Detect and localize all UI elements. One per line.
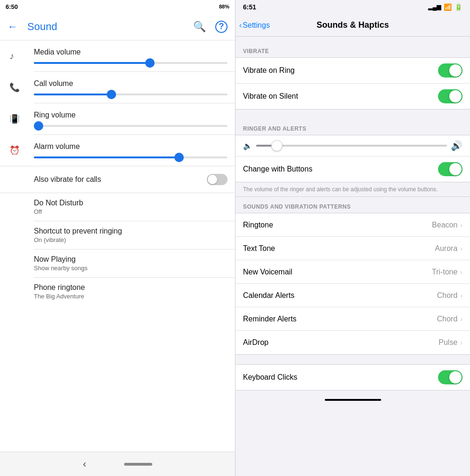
call-volume-label: Call volume	[34, 79, 227, 88]
reminder-alerts-value: Chord	[437, 315, 458, 323]
ring-volume-icon: 📳	[9, 114, 20, 124]
ringer-slider[interactable]	[256, 145, 447, 147]
android-status-bar: 6:50 88%	[0, 0, 235, 13]
calendar-alerts-label: Calendar Alerts	[243, 291, 437, 300]
keyboard-clicks-row[interactable]: Keyboard Clicks	[235, 365, 470, 390]
ringer-note: The volume of the ringer and alerts can …	[235, 182, 470, 197]
calendar-alerts-chevron: ›	[460, 292, 462, 299]
ios-page-title: Sounds & Haptics	[316, 20, 389, 30]
alarm-volume-item: ⏰ Alarm volume	[0, 135, 235, 166]
vibrate-silent-label: Vibrate on Silent	[243, 92, 438, 101]
ring-volume-item: 📳 Ring volume	[0, 103, 235, 134]
vibrate-ring-row[interactable]: Vibrate on Ring	[235, 58, 470, 84]
search-button[interactable]: 🔍	[193, 21, 206, 33]
new-voicemail-chevron: ›	[460, 268, 462, 276]
alarm-volume-label: Alarm volume	[34, 142, 227, 151]
calendar-alerts-row[interactable]: Calendar Alerts Chord ›	[235, 284, 470, 307]
help-button[interactable]: ?	[215, 21, 227, 33]
ringer-section-header: RINGER AND ALERTS	[235, 119, 470, 135]
phone-ringtone-item[interactable]: Phone ringtone The Big Adventure	[0, 278, 235, 305]
vibrate-calls-toggle[interactable]	[207, 174, 227, 185]
ringtone-label: Ringtone	[243, 221, 432, 229]
ios-home-indicator	[325, 399, 381, 401]
alarm-volume-slider[interactable]	[34, 156, 227, 158]
android-bottom-nav: ‹	[0, 452, 235, 476]
vibrate-silent-row[interactable]: Vibrate on Silent	[235, 84, 470, 109]
text-tone-value: Aurora	[435, 244, 457, 253]
ios-content: VIBRATE Vibrate on Ring Vibrate on Silen…	[235, 37, 470, 476]
phone-ringtone-title: Phone ringtone	[34, 283, 227, 292]
text-tone-row[interactable]: Text Tone Aurora ›	[235, 237, 470, 260]
keyboard-clicks-label: Keyboard Clicks	[243, 373, 438, 382]
change-with-buttons-row[interactable]: Change with Buttons	[235, 156, 470, 182]
call-volume-slider[interactable]	[34, 94, 227, 95]
vibrate-calls-toggle-row[interactable]: Also vibrate for calls	[0, 166, 235, 193]
text-tone-label: Text Tone	[243, 244, 435, 253]
ringer-min-icon: 🔈	[243, 141, 252, 150]
do-not-disturb-subtitle: Off	[34, 208, 227, 215]
keyboard-group: Keyboard Clicks	[235, 364, 470, 390]
ios-time: 6:51	[243, 3, 256, 11]
vibrate-group: Vibrate on Ring Vibrate on Silent	[235, 57, 470, 109]
ringtone-chevron: ›	[460, 221, 462, 229]
android-back-nav[interactable]: ‹	[83, 458, 86, 470]
shortcut-ringing-title: Shortcut to prevent ringing	[34, 227, 227, 235]
ios-battery-icon: 🔋	[454, 3, 462, 11]
reminder-alerts-row[interactable]: Reminder Alerts Chord ›	[235, 307, 470, 331]
reminder-alerts-chevron: ›	[460, 315, 462, 323]
android-status-icons: 88%	[219, 4, 229, 9]
ring-volume-slider[interactable]	[34, 125, 227, 127]
reminder-alerts-label: Reminder Alerts	[243, 315, 437, 323]
now-playing-title: Now Playing	[34, 255, 227, 264]
android-home-pill[interactable]	[124, 463, 152, 466]
vibrate-calls-label: Also vibrate for calls	[34, 175, 101, 184]
ringtone-row[interactable]: Ringtone Beacon ›	[235, 213, 470, 237]
android-content: ♪ Media volume 📞 Call volume 📳 Ring volu…	[0, 40, 235, 476]
ios-status-icons: ▂▄▆ 📶 🔋	[428, 3, 462, 11]
ios-header: ‹ Settings Sounds & Haptics	[235, 14, 470, 37]
keyboard-clicks-toggle[interactable]	[438, 370, 462, 384]
ring-volume-label: Ring volume	[34, 111, 227, 119]
calendar-alerts-value: Chord	[437, 291, 458, 300]
shortcut-ringing-subtitle: On (vibrate)	[34, 236, 227, 243]
ios-wifi-icon: 📶	[444, 3, 452, 11]
ringtone-value: Beacon	[432, 221, 457, 229]
airdrop-label: AirDrop	[243, 338, 439, 347]
patterns-group: Ringtone Beacon › Text Tone Aurora › New…	[235, 213, 470, 355]
now-playing-subtitle: Show nearby songs	[34, 265, 227, 272]
android-panel: 6:50 88% ← Sound 🔍 ? ♪ Media volume 📞 Ca…	[0, 0, 235, 476]
ringer-group: 🔈 🔊 Change with Buttons	[235, 135, 470, 182]
media-volume-icon: ♪	[9, 51, 14, 62]
call-volume-item: 📞 Call volume	[0, 72, 235, 103]
android-battery: 88%	[219, 4, 229, 9]
ringer-max-icon: 🔊	[451, 140, 462, 151]
media-volume-item: ♪ Media volume	[0, 40, 235, 71]
do-not-disturb-title: Do Not Disturb	[34, 199, 227, 207]
vibrate-ring-toggle[interactable]	[438, 63, 462, 78]
back-button[interactable]: ←	[8, 21, 18, 33]
ios-back-label: Settings	[243, 21, 270, 30]
text-tone-chevron: ›	[460, 245, 462, 252]
media-volume-slider[interactable]	[34, 62, 227, 64]
ios-back-button[interactable]: ‹ Settings	[239, 21, 270, 30]
phone-ringtone-subtitle: The Big Adventure	[34, 293, 227, 300]
do-not-disturb-item[interactable]: Do Not Disturb Off	[0, 193, 235, 221]
change-with-buttons-toggle[interactable]	[438, 162, 462, 176]
ios-status-bar: 6:51 ▂▄▆ 📶 🔋	[235, 0, 470, 14]
airdrop-row[interactable]: AirDrop Pulse ›	[235, 331, 470, 354]
alarm-volume-icon: ⏰	[9, 145, 20, 156]
ringer-slider-row[interactable]: 🔈 🔊	[235, 135, 470, 156]
page-title: Sound	[27, 21, 184, 33]
shortcut-ringing-item[interactable]: Shortcut to prevent ringing On (vibrate)	[0, 221, 235, 249]
media-volume-label: Media volume	[34, 48, 227, 56]
vibrate-ring-label: Vibrate on Ring	[243, 66, 438, 75]
new-voicemail-label: New Voicemail	[243, 268, 432, 276]
ios-back-chevron: ‹	[239, 21, 242, 30]
android-time: 6:50	[6, 3, 18, 10]
now-playing-item[interactable]: Now Playing Show nearby songs	[0, 250, 235, 277]
vibrate-silent-toggle[interactable]	[438, 89, 462, 103]
new-voicemail-row[interactable]: New Voicemail Tri-tone ›	[235, 260, 470, 284]
android-header: ← Sound 🔍 ?	[0, 13, 235, 40]
vibrate-section-header: VIBRATE	[235, 41, 470, 57]
new-voicemail-value: Tri-tone	[432, 268, 458, 276]
